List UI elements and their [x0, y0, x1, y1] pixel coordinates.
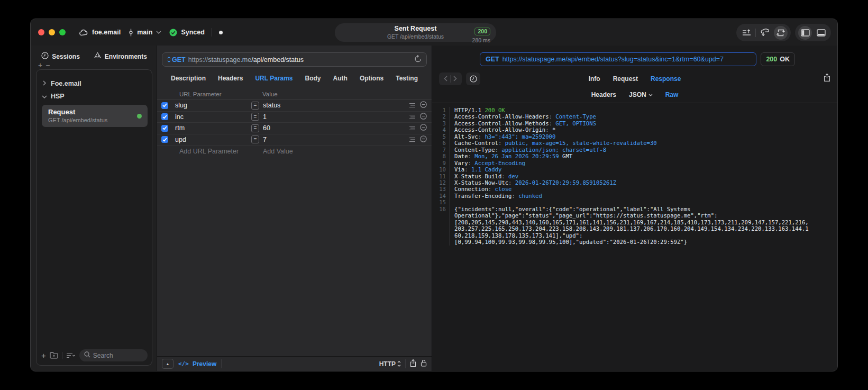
response-line: 1HTTP/1.1 200 OK	[432, 107, 837, 113]
equals-operator-icon[interactable]: =	[251, 135, 259, 143]
response-line: 12X-Status-Now-Utc: 2026-01-26T20:29:59.…	[432, 179, 837, 186]
param-delete-icon[interactable]	[420, 135, 427, 144]
tree-item-request-selected[interactable]: Request GET /api/embed/status	[42, 105, 148, 127]
param-checkbox[interactable]	[161, 136, 168, 143]
branch-name[interactable]: main	[137, 29, 152, 36]
import-requests-icon[interactable]	[758, 26, 772, 40]
response-tab-request[interactable]: Request	[613, 75, 638, 83]
line-number	[432, 232, 450, 239]
sessions-clock-icon	[41, 52, 49, 61]
sent-request-url-box[interactable]: GET https://statuspage.me/api/embed/stat…	[480, 52, 756, 66]
method-selector[interactable]: GET	[167, 56, 186, 64]
response-subtab-json[interactable]: JSON	[629, 91, 653, 98]
param-delete-icon[interactable]	[420, 112, 427, 122]
param-name[interactable]: inc	[175, 113, 249, 121]
app-window: foe.email main Synced Sent Request GET	[30, 19, 838, 371]
share-icon[interactable]	[410, 359, 416, 369]
sync-status-label: Synced	[181, 29, 204, 36]
search-input[interactable]: Search	[79, 349, 148, 361]
request-pane-footer: ▲ </> Preview HTTP	[157, 356, 432, 371]
branch-chevron-down-icon[interactable]	[156, 31, 161, 34]
sent-request-pill[interactable]: Sent Request GET /api/embed/status 200 2…	[335, 23, 496, 42]
add-parameter-row[interactable]: Add URL Parameter Add Value	[157, 146, 432, 157]
param-value[interactable]: 7	[263, 136, 267, 143]
request-tab-body[interactable]: Body	[305, 75, 321, 82]
resend-request-icon[interactable]	[415, 55, 422, 65]
line-number: 10	[432, 166, 450, 173]
line-number: 16	[432, 206, 450, 212]
sort-list-icon[interactable]	[66, 352, 76, 358]
preview-button[interactable]: </> Preview	[178, 360, 216, 368]
remove-session-button[interactable]: −	[45, 61, 53, 69]
param-name[interactable]: slug	[175, 102, 249, 109]
param-delete-icon[interactable]	[420, 101, 427, 110]
response-subtabs: HeadersJSON Raw	[432, 89, 837, 103]
request-tab-auth[interactable]: Auth	[333, 75, 348, 82]
chevron-right-icon[interactable]	[42, 80, 47, 87]
response-tab-response[interactable]: Response	[651, 75, 681, 83]
response-line: 5Alt-Svc: h3=":443"; ma=2592000	[432, 133, 837, 140]
column-header-value: Value	[262, 91, 278, 97]
add-session-button[interactable]: +	[38, 61, 45, 69]
response-tab-info[interactable]: Info	[589, 75, 600, 83]
param-options-icon[interactable]	[409, 112, 416, 122]
param-delete-icon[interactable]	[420, 123, 427, 133]
request-item-title: Request	[48, 108, 142, 116]
param-value[interactable]: 1	[263, 113, 267, 121]
url-params-table: URL Parameter Value slug=statusinc=1rtm=…	[157, 89, 432, 157]
param-options-icon[interactable]	[409, 123, 416, 133]
param-checkbox[interactable]	[161, 125, 168, 132]
response-subtab-headers[interactable]: Headers	[591, 91, 616, 98]
tree-item-hsp[interactable]: HSP	[42, 90, 148, 103]
tab-sessions[interactable]: Sessions	[41, 52, 80, 61]
line-number	[432, 219, 450, 225]
line-number: 12	[432, 179, 450, 186]
project-name[interactable]: foe.email	[92, 29, 121, 36]
request-tab-testing[interactable]: Testing	[396, 75, 418, 82]
minimize-window-button[interactable]	[49, 29, 55, 35]
response-line: 4Access-Control-Allow-Origin: *	[432, 126, 837, 133]
response-line: 11X-Status-Build: dev	[432, 173, 837, 179]
zoom-window-button[interactable]	[59, 29, 66, 35]
param-value[interactable]: status	[263, 102, 280, 109]
param-checkbox[interactable]	[161, 102, 168, 109]
add-value-placeholder[interactable]: Add Value	[263, 148, 293, 155]
url-path: /api/embed/status	[251, 56, 304, 64]
request-tab-headers[interactable]: Headers	[218, 75, 243, 82]
titlebar: foe.email main Synced Sent Request GET	[31, 19, 837, 46]
response-subtab-raw[interactable]: Raw	[665, 91, 679, 98]
equals-operator-icon[interactable]: =	[251, 113, 259, 121]
response-line: 3Access-Control-Allow-Methods: GET, OPTI…	[432, 120, 837, 126]
cloud-icon	[79, 29, 88, 36]
new-folder-icon[interactable]	[50, 352, 58, 359]
tree-item-foe-email[interactable]: Foe.email	[42, 77, 148, 90]
line-number: 9	[432, 160, 450, 166]
request-url-text[interactable]: https://statuspage.me/api/embed/status	[188, 56, 412, 64]
protocol-selector[interactable]: HTTP	[379, 360, 401, 368]
sync-transfer-icon[interactable]	[774, 26, 788, 40]
response-raw-body[interactable]: 1HTTP/1.1 200 OK2Access-Control-Allow-He…	[432, 103, 837, 371]
add-url-parameter-placeholder[interactable]: Add URL Parameter	[179, 148, 239, 155]
equals-operator-icon[interactable]: =	[251, 102, 259, 110]
request-tab-options[interactable]: Options	[360, 75, 383, 82]
param-options-icon[interactable]	[409, 135, 416, 144]
tab-environments[interactable]: Environments	[94, 52, 147, 61]
param-options-icon[interactable]	[409, 101, 416, 110]
add-request-button[interactable]: +	[41, 351, 46, 360]
collapse-panel-button[interactable]: ▲	[162, 359, 173, 369]
sort-requests-icon[interactable]	[739, 26, 753, 40]
request-tab-url-params[interactable]: URL Params	[255, 75, 293, 82]
toggle-left-sidebar-icon[interactable]	[798, 26, 812, 40]
param-checkbox[interactable]	[161, 113, 168, 120]
param-value[interactable]: 60	[263, 124, 270, 132]
equals-operator-icon[interactable]: =	[251, 124, 259, 132]
request-url-bar[interactable]: GET https://statuspage.me/api/embed/stat…	[162, 52, 427, 67]
param-name[interactable]: upd	[175, 136, 249, 143]
toggle-bottom-panel-icon[interactable]	[814, 26, 828, 40]
chevron-down-icon[interactable]	[42, 93, 47, 100]
environments-icon	[94, 52, 102, 61]
param-name[interactable]: rtm	[175, 124, 249, 132]
lock-icon[interactable]	[421, 359, 427, 368]
close-window-button[interactable]	[38, 29, 44, 35]
request-tab-description[interactable]: Description	[171, 75, 206, 82]
